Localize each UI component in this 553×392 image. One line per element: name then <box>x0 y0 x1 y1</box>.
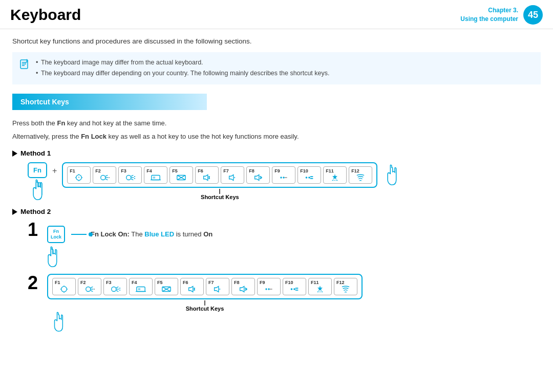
hand-icon-method1 <box>28 179 47 201</box>
svg-rect-54 <box>137 287 145 291</box>
svg-point-31 <box>306 177 308 179</box>
svg-rect-21 <box>153 177 156 179</box>
hand-icon-step1 <box>43 246 61 268</box>
f4-key-2: F4 <box>129 278 153 295</box>
header-right: Chapter 3. Using the computer 45 <box>460 5 543 25</box>
svg-point-9 <box>101 176 105 180</box>
f7-key-2: F7 <box>206 278 229 295</box>
f9-key-2: F9 <box>257 278 281 295</box>
svg-point-62 <box>265 288 267 290</box>
step2-row: 2 F1 F2 F3 F4 <box>28 274 541 334</box>
fn-key: Fn <box>28 162 47 178</box>
fkeys-row-method2: F1 F2 F3 F4 F5 <box>47 274 363 299</box>
shortcut-desc-2: Alternatively, press the Fn Lock key as … <box>12 132 541 142</box>
svg-point-66 <box>293 288 295 290</box>
section-heading: Shortcut Keys <box>12 94 207 110</box>
step2-num: 2 <box>28 274 40 292</box>
chapter-info: Chapter 3. Using the computer <box>460 6 518 24</box>
page-badge: 45 <box>523 5 543 25</box>
method2-heading: Method 2 <box>12 208 541 215</box>
f5-key: F5 <box>169 166 193 184</box>
step1-num: 1 <box>28 221 40 239</box>
note-list: The keyboard image may differ from the a… <box>36 57 330 79</box>
f6-key: F6 <box>195 166 219 184</box>
svg-line-44 <box>91 287 93 288</box>
svg-line-10 <box>105 176 108 177</box>
hand-icon-method1-right <box>382 164 401 186</box>
fn-lock-line <box>71 234 87 235</box>
f5-key-2: F5 <box>155 278 178 295</box>
shortcut-desc-1: Press both the Fn key and hot key at the… <box>12 118 541 129</box>
f3-key-2: F3 <box>103 278 127 295</box>
svg-point-29 <box>283 177 285 178</box>
f11-key-2: F11 <box>308 278 332 295</box>
fn-lock-desc: Fn Lock On: The Blue LED is turned On <box>91 230 212 238</box>
step1-row: 1 Fn Lock Fn Lock On: The Blue LED is tu… <box>28 221 541 243</box>
svg-line-15 <box>131 176 134 177</box>
svg-point-38 <box>61 286 67 292</box>
f6-key-2: F6 <box>180 278 204 295</box>
svg-point-65 <box>291 288 293 290</box>
svg-line-49 <box>116 287 119 288</box>
svg-point-48 <box>112 287 116 291</box>
f3-key: F3 <box>118 166 142 184</box>
f8-key: F8 <box>246 166 270 184</box>
svg-line-12 <box>105 179 108 180</box>
f10-key: F10 <box>297 166 321 184</box>
svg-line-17 <box>131 179 134 180</box>
svg-point-14 <box>126 176 131 180</box>
f4-key: F4 <box>144 166 167 184</box>
f2-key-2: F2 <box>78 278 101 295</box>
fkeys-row-method1: F1 F2 F3 F4 <box>62 162 377 188</box>
f1-key-2: F1 <box>52 278 76 295</box>
hand-icon-step2 <box>49 312 68 332</box>
f2-key: F2 <box>93 166 116 184</box>
triangle-icon-2 <box>12 209 17 215</box>
main-content: Shortcut key functions and procedures ar… <box>0 29 553 347</box>
fn-lock-key: Fn Lock <box>47 226 65 243</box>
fn-lock-dot <box>89 232 93 236</box>
intro-text: Shortcut key functions and procedures ar… <box>12 37 541 45</box>
method1-heading: Method 1 <box>12 149 541 157</box>
svg-point-43 <box>86 287 91 291</box>
svg-point-32 <box>309 177 311 179</box>
note-item-1: The keyboard image may differ from the a… <box>36 57 330 68</box>
f9-key: F9 <box>272 166 295 184</box>
svg-point-28 <box>281 177 282 178</box>
svg-rect-20 <box>152 176 160 180</box>
triangle-icon <box>12 150 17 157</box>
svg-rect-55 <box>138 288 141 290</box>
svg-line-46 <box>91 290 93 291</box>
f7-key: F7 <box>221 166 244 184</box>
f12-key: F12 <box>349 166 372 184</box>
page-header: Keyboard Chapter 3. Using the computer 4… <box>0 0 553 29</box>
f8-key-2: F8 <box>231 278 255 295</box>
shortcut-keys-label-2: Shortcut Keys <box>186 306 224 312</box>
page-title: Keyboard <box>10 6 81 24</box>
note-box: The keyboard image may differ from the a… <box>12 52 541 84</box>
shortcut-keys-label-1: Shortcut Keys <box>201 194 239 200</box>
note-item-2: The keyboard may differ depending on you… <box>36 68 330 79</box>
note-icon <box>19 58 31 72</box>
f1-key: F1 <box>67 166 91 184</box>
f12-key-2: F12 <box>334 278 357 295</box>
svg-point-63 <box>268 288 269 290</box>
f11-key: F11 <box>323 166 347 184</box>
f10-key-2: F10 <box>283 278 306 295</box>
svg-line-51 <box>116 290 119 291</box>
plus-sign: + <box>52 166 57 176</box>
